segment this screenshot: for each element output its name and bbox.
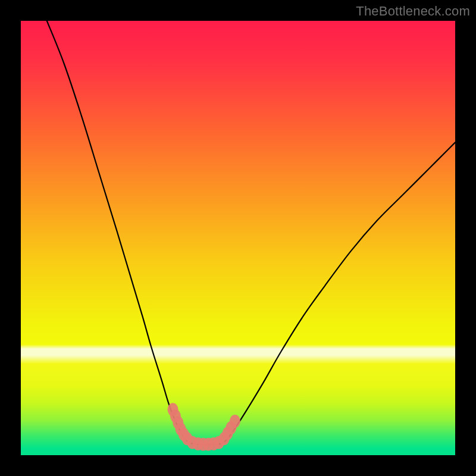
series-right-curve	[218, 142, 455, 444]
chart-frame: TheBottleneck.com	[0, 0, 476, 476]
watermark-text: TheBottleneck.com	[356, 4, 470, 19]
chart-svg	[21, 21, 455, 455]
plot-area	[21, 21, 455, 455]
marker-right-wall	[230, 415, 240, 428]
series-left-curve	[47, 21, 197, 444]
